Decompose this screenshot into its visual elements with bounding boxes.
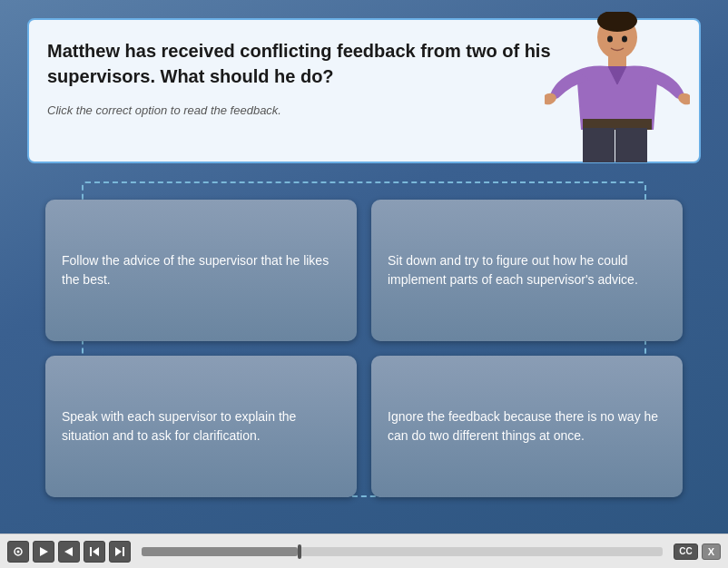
skip-forward-button[interactable] [109,541,131,563]
settings-button[interactable] [7,541,29,563]
progress-indicator [298,544,301,559]
option-d-card[interactable]: Ignore the feedback because there is no … [371,356,683,497]
option-d-text: Ignore the feedback because there is no … [388,407,666,446]
svg-rect-14 [90,547,92,556]
svg-point-8 [607,36,613,43]
option-b-card[interactable]: Sit down and try to figure out how he co… [371,200,683,341]
svg-rect-4 [583,128,615,162]
toolbar: CC X [0,534,728,568]
option-a-text: Follow the advice of the supervisor that… [62,251,340,289]
play-button[interactable] [33,541,54,563]
svg-marker-15 [93,547,99,556]
svg-point-9 [622,36,627,43]
progress-fill [142,547,298,556]
cc-button[interactable]: CC [674,544,697,560]
svg-marker-17 [115,547,122,556]
option-b-text: Sit down and try to figure out how he co… [388,251,666,289]
toolbar-right-controls: CC X [674,544,721,560]
svg-rect-5 [615,128,647,162]
question-title: Matthew has received conflicting feedbac… [47,38,554,89]
option-c-text: Speak with each supervisor to explain th… [62,407,340,446]
close-button[interactable]: X [702,544,721,560]
instruction-text: Click the correct option to read the fee… [47,103,554,117]
option-a-card[interactable]: Follow the advice of the supervisor that… [45,200,357,341]
main-content: Matthew has received conflicting feedbac… [0,0,728,534]
svg-point-11 [17,550,20,553]
svg-rect-16 [123,547,124,556]
header-card: Matthew has received conflicting feedbac… [27,18,701,163]
back-button[interactable] [58,541,80,563]
option-c-card[interactable]: Speak with each supervisor to explain th… [45,356,357,497]
svg-marker-13 [64,547,73,556]
options-grid: Follow the advice of the supervisor that… [27,181,701,515]
svg-rect-2 [608,55,626,68]
person-illustration [545,12,690,162]
skip-back-button[interactable] [84,541,105,563]
options-container: Follow the advice of the supervisor that… [27,181,701,515]
svg-marker-12 [40,547,48,556]
progress-bar[interactable] [142,547,663,556]
